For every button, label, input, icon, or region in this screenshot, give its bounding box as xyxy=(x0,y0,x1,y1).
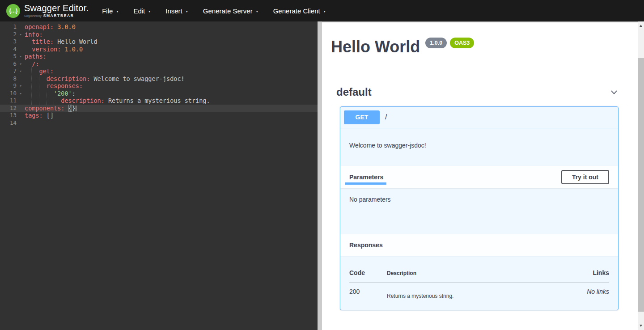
braces-glyph: {…} xyxy=(9,8,17,14)
token-key: info: xyxy=(25,31,43,38)
token-plain xyxy=(25,75,47,82)
parameters-header: Parameters Try it out xyxy=(340,166,618,188)
tag-default-toggle[interactable]: default xyxy=(331,86,628,104)
yaml-code-editor[interactable]: 1openapi: 3.0.02▾info:3 title: Hello Wor… xyxy=(0,21,318,330)
line-number: 1 xyxy=(0,23,22,31)
menubar: File▾Edit▾Insert▾Generate Server▾Generat… xyxy=(102,7,326,15)
app-title: Swagger Editor. xyxy=(24,4,89,13)
token-key: /: xyxy=(32,60,39,68)
menu-edit[interactable]: Edit▾ xyxy=(133,7,150,15)
token-key: title: xyxy=(32,38,54,45)
menu-label: Insert xyxy=(165,7,182,15)
token-plain: } xyxy=(72,105,76,112)
text-cursor xyxy=(76,106,76,111)
vertical-scrollbar[interactable] xyxy=(638,21,644,330)
token-key: paths: xyxy=(25,53,47,60)
token-plain xyxy=(25,97,61,104)
menu-label: Generate Client xyxy=(273,7,320,15)
responses-header: Responses xyxy=(340,234,618,256)
caret-down-icon: ▾ xyxy=(116,8,118,13)
fold-toggle-icon[interactable]: ▾ xyxy=(20,60,22,68)
code-text: version: 1.0.0 xyxy=(25,46,83,53)
code-line-3[interactable]: 3 title: Hello World xyxy=(0,38,318,46)
line-number: 14 xyxy=(0,119,22,127)
swagger-ui-panel: Hello World 1.0.0 OAS3 default GET / Wel… xyxy=(322,21,638,330)
line-number: 2▾ xyxy=(0,31,22,38)
code-text: title: Hello World xyxy=(25,38,97,46)
supported-by-label: Supported by xyxy=(24,15,42,18)
code-line-9[interactable]: 9▾ responses: xyxy=(0,82,318,90)
menu-file[interactable]: File▾ xyxy=(102,7,118,15)
token-key: get: xyxy=(39,68,54,75)
line-number: 5▾ xyxy=(0,53,22,60)
code-text: openapi: 3.0.0 xyxy=(25,23,76,31)
get-operation-block: GET / Welcome to swagger-jsdoc! Paramete… xyxy=(340,106,619,310)
line-number: 13 xyxy=(0,112,22,119)
col-header-code: Code xyxy=(349,269,387,276)
code-line-6[interactable]: 6▾ /: xyxy=(0,60,318,68)
code-line-14[interactable]: 14 xyxy=(0,119,318,127)
token-plain xyxy=(25,46,32,53)
token-plain xyxy=(25,60,32,68)
code-line-2[interactable]: 2▾info: xyxy=(0,31,318,38)
caret-down-icon: ▾ xyxy=(148,8,150,13)
fold-toggle-icon[interactable]: ▾ xyxy=(20,53,22,60)
token-plain xyxy=(25,90,54,97)
menu-insert[interactable]: Insert▾ xyxy=(165,7,188,15)
code-line-11[interactable]: 11 description: Returns a mysterious str… xyxy=(0,97,318,105)
code-line-1[interactable]: 1openapi: 3.0.0 xyxy=(0,23,318,31)
menu-generate-client[interactable]: Generate Client▾ xyxy=(273,7,326,15)
code-line-4[interactable]: 4 version: 1.0.0 xyxy=(0,46,318,53)
code-line-8[interactable]: 8 description: Welcome to swagger-jsdoc! xyxy=(0,75,318,83)
caret-down-icon: ▾ xyxy=(256,8,258,13)
token-key: description: xyxy=(47,75,90,82)
try-it-out-button[interactable]: Try it out xyxy=(561,170,609,184)
operation-description: Welcome to swagger-jsdoc! xyxy=(340,128,618,166)
scrollbar-thumb[interactable] xyxy=(638,58,644,312)
code-line-5[interactable]: 5▾paths: xyxy=(0,53,318,60)
top-header-bar: {…} Swagger Editor. Supported by SMARTBE… xyxy=(0,0,644,21)
parameters-label: Parameters xyxy=(349,173,383,181)
fold-toggle-icon[interactable]: ▾ xyxy=(20,82,22,90)
fold-toggle-icon[interactable]: ▾ xyxy=(20,31,22,38)
operation-summary[interactable]: GET / xyxy=(340,107,618,128)
api-info: Hello World 1.0.0 OAS3 xyxy=(331,38,628,55)
menu-generate-server[interactable]: Generate Server▾ xyxy=(203,7,258,15)
chevron-down-icon[interactable] xyxy=(610,88,619,97)
fold-toggle-icon[interactable]: ▾ xyxy=(20,90,22,97)
col-header-description: Description xyxy=(387,270,555,276)
code-text: description: Welcome to swagger-jsdoc! xyxy=(25,75,185,83)
scroll-up-arrow-icon[interactable] xyxy=(640,25,642,27)
tag-section: default GET / Welcome to swagger-jsdoc! … xyxy=(331,86,628,310)
code-line-7[interactable]: 7▾ get: xyxy=(0,68,318,75)
token-plain: : xyxy=(72,90,76,97)
code-line-13[interactable]: 13tags: [] xyxy=(0,112,318,119)
fold-toggle-icon[interactable]: ▾ xyxy=(20,68,22,75)
no-parameters-text: No parameters xyxy=(340,188,618,234)
response-row-200: 200 Returns a mysterious string. No link… xyxy=(349,283,609,299)
response-links: No links xyxy=(555,288,609,295)
get-method-button[interactable]: GET xyxy=(344,110,380,124)
token-key: version: xyxy=(32,46,61,53)
line-number: 6▾ xyxy=(0,60,22,68)
operation-path: / xyxy=(385,113,387,121)
pane-splitter[interactable] xyxy=(318,21,322,330)
responses-table: Code Description Links 200 Returns a mys… xyxy=(340,256,618,310)
token-num: 3.0.0 xyxy=(54,23,76,30)
token-plain xyxy=(25,38,32,45)
code-text: /: xyxy=(25,60,39,68)
token-key: components: xyxy=(25,105,64,112)
scroll-down-arrow-icon[interactable] xyxy=(640,325,642,327)
code-text: tags: [] xyxy=(25,112,54,119)
code-line-10[interactable]: 10▾ '200': xyxy=(0,90,318,97)
response-code: 200 xyxy=(349,288,387,295)
code-text: responses: xyxy=(25,82,83,90)
token-plain: Returns a mysterious string. xyxy=(105,97,210,104)
code-line-12[interactable]: 12components: {} xyxy=(0,105,318,112)
code-text: get: xyxy=(25,68,54,75)
token-brace: { xyxy=(68,105,72,112)
line-number: 10▾ xyxy=(0,90,22,97)
code-text: paths: xyxy=(25,53,47,60)
editor-lines: 1openapi: 3.0.02▾info:3 title: Hello Wor… xyxy=(0,21,318,127)
code-text: info: xyxy=(25,31,43,38)
